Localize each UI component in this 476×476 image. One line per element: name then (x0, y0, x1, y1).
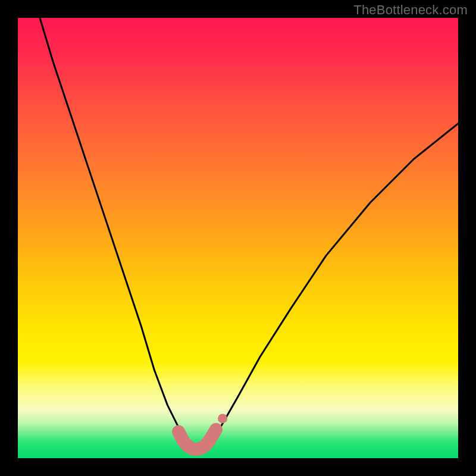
chart-svg (18, 18, 458, 458)
plot-area (18, 18, 458, 458)
bottleneck-curve (40, 18, 458, 449)
curve-path (40, 18, 458, 449)
highlight-band-path (178, 430, 216, 449)
watermark-text: TheBottleneck.com (353, 2, 468, 18)
highlight-dot (218, 414, 227, 423)
outer-frame: TheBottleneck.com (0, 0, 476, 476)
highlight-markers (178, 414, 227, 449)
